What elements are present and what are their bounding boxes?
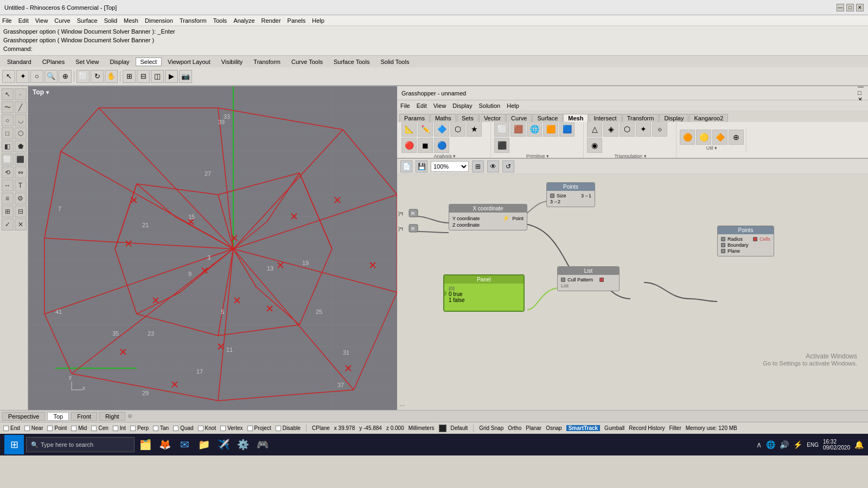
tb-icon-grid[interactable]: ⊟	[137, 70, 150, 83]
vp-tab-right[interactable]: Right	[99, 412, 125, 421]
menu-solid[interactable]: Solid	[104, 17, 117, 24]
gh-prim-3[interactable]: 🌐	[527, 122, 542, 137]
lt-layer-btn[interactable]: ≡	[2, 192, 14, 204]
lt-surface-btn[interactable]: ◧	[2, 140, 14, 152]
lt-dimension-btn[interactable]: ↔	[2, 179, 14, 191]
snap-near-check[interactable]	[24, 426, 30, 431]
lt-arc-btn[interactable]: ◡	[15, 114, 27, 126]
tb-icon-window[interactable]: ⬜	[76, 70, 90, 83]
sb-ortho[interactable]: Ortho	[508, 425, 521, 431]
sb-gumball[interactable]: Gumball	[604, 425, 624, 431]
sb-cplane[interactable]: CPlane	[312, 425, 330, 431]
tab-transform[interactable]: Transform	[248, 57, 285, 66]
gh-icon-3[interactable]: 🔷	[434, 122, 449, 137]
taskbar-app-files[interactable]: 🗂️	[137, 436, 154, 453]
tb-up-arrow-icon[interactable]: ∧	[756, 440, 762, 449]
gh-tab-transform[interactable]: Transform	[622, 114, 659, 122]
gh-util-4[interactable]: ⊕	[729, 130, 744, 145]
tb-icon-snap[interactable]: ⊞	[123, 70, 136, 83]
snap-int-check[interactable]	[113, 426, 118, 431]
gh-zoom-select[interactable]: 100% 75% 125%	[431, 161, 469, 172]
gh-panel-node[interactable]: Panel {0} 0 true 1 false	[443, 274, 525, 312]
gh-icon-7[interactable]: ◼	[418, 138, 433, 153]
gh-save-btn[interactable]: 💾	[416, 160, 427, 172]
gh-tri-2[interactable]: ◈	[603, 122, 618, 137]
close-button[interactable]: ✕	[856, 4, 864, 11]
tb-icon-select[interactable]: ↖	[2, 70, 15, 83]
gh-canvas[interactable]: R R )*t )*t X coordinate Y coordinate ⚡ …	[397, 174, 868, 410]
snap-cen-check[interactable]	[91, 426, 97, 431]
tab-surface-tools[interactable]: Surface Tools	[329, 57, 374, 66]
lt-curve-btn[interactable]: 〜	[2, 101, 14, 113]
tb-icon-circle[interactable]: ○	[30, 70, 43, 83]
sb-filter[interactable]: Filter	[669, 425, 681, 431]
lt-line-btn[interactable]: ╱	[15, 101, 27, 113]
menu-help[interactable]: Help	[312, 17, 324, 24]
gh-new-btn[interactable]: 📄	[400, 160, 412, 172]
tab-solid-tools[interactable]: Solid Tools	[375, 57, 414, 66]
lt-check-btn[interactable]: ✓	[2, 219, 14, 230]
tab-display[interactable]: Display	[105, 57, 134, 66]
tab-curve-tools[interactable]: Curve Tools	[286, 57, 328, 66]
tb-sound-icon[interactable]: 🔊	[780, 440, 789, 449]
menu-dimension[interactable]: Dimension	[145, 17, 173, 24]
gh-menu-display[interactable]: Display	[452, 102, 472, 109]
snap-end-check[interactable]	[3, 426, 9, 431]
tb-icon-render[interactable]: ▶	[165, 70, 178, 83]
tab-select[interactable]: Select	[136, 57, 162, 66]
taskbar-app-explorer[interactable]: 📁	[195, 436, 213, 453]
viewport[interactable]: 7 15 21 27 33 39 3 5 9 11 13 17 19 23 25…	[28, 86, 397, 410]
menu-curve[interactable]: Curve	[54, 17, 70, 24]
vp-tab-top[interactable]: Top	[47, 412, 69, 421]
tb-battery-icon[interactable]: ⚡	[793, 440, 802, 449]
gh-tab-display[interactable]: Display	[659, 114, 688, 122]
tb-icon-magnify[interactable]: 🔍	[44, 70, 58, 83]
gh-xyz-point-node[interactable]: X coordinate Y coordinate ⚡ Point Z coor…	[449, 204, 527, 230]
tab-visibility[interactable]: Visibility	[216, 57, 248, 66]
gh-points-node[interactable]: Points Size 3→1 3→2	[546, 182, 595, 207]
lt-rect-btn[interactable]: □	[2, 127, 14, 139]
tab-cplanes[interactable]: CPlanes	[37, 57, 70, 66]
menu-view[interactable]: View	[35, 17, 48, 24]
gh-menu-view[interactable]: View	[433, 102, 446, 109]
tb-network-icon[interactable]: 🌐	[766, 440, 775, 449]
gh-tab-intersect[interactable]: Intersect	[589, 114, 621, 122]
gh-tri-3[interactable]: ⬡	[620, 122, 635, 137]
tb-icon-zoom[interactable]: ⊕	[59, 70, 72, 83]
snap-perp-check[interactable]	[130, 426, 136, 431]
gh-view-btn[interactable]: 👁	[487, 160, 499, 172]
lt-mirror-btn[interactable]: ⇔	[15, 166, 27, 178]
gh-tab-params[interactable]: Params	[399, 114, 430, 122]
lt-snap-btn[interactable]: ⊟	[15, 206, 27, 217]
taskbar-search[interactable]: 🔍 Type here to search	[26, 437, 135, 452]
gh-list-cull-node[interactable]: List Cull Pattern List	[557, 266, 620, 291]
gh-tab-curve[interactable]: Curve	[506, 114, 532, 122]
tab-viewport-layout[interactable]: Viewport Layout	[163, 57, 215, 66]
gh-tri-4[interactable]: ✦	[636, 122, 651, 137]
gh-fit-btn[interactable]: ⊞	[472, 160, 484, 172]
gh-tri-5[interactable]: ⟐	[652, 122, 667, 137]
gh-maximize-btn[interactable]: □	[858, 89, 864, 96]
snap-quad-check[interactable]	[173, 426, 178, 431]
snap-vertex-check[interactable]	[220, 426, 226, 431]
gh-minimize-btn[interactable]: —	[858, 83, 864, 89]
gh-menu-solution[interactable]: Solution	[478, 102, 500, 109]
gh-prim-5[interactable]: 🟦	[559, 122, 575, 137]
sb-record-history[interactable]: Record History	[629, 425, 665, 431]
gh-prim-4[interactable]: 🟧	[543, 122, 558, 137]
snap-tan-check[interactable]	[153, 426, 158, 431]
sb-smarttrack[interactable]: SmartTrack	[566, 425, 600, 431]
sb-osnap[interactable]: Osnap	[546, 425, 561, 431]
lt-circle-btn[interactable]: ○	[2, 114, 14, 126]
sb-color-swatch[interactable]	[439, 425, 446, 432]
gh-menu-edit[interactable]: Edit	[417, 102, 427, 109]
lt-point-btn[interactable]: ·	[15, 88, 27, 100]
snap-disable-check[interactable]	[276, 426, 281, 431]
gh-tab-sets[interactable]: Sets	[457, 114, 478, 122]
menu-analyze[interactable]: Analyze	[233, 17, 254, 24]
minimize-button[interactable]: —	[837, 4, 844, 11]
gh-icon-1[interactable]: 📐	[401, 122, 417, 137]
taskbar-app-firefox[interactable]: 🦊	[156, 436, 174, 453]
lt-mesh-btn[interactable]: ⬟	[15, 140, 27, 152]
menu-render[interactable]: Render	[261, 17, 281, 24]
